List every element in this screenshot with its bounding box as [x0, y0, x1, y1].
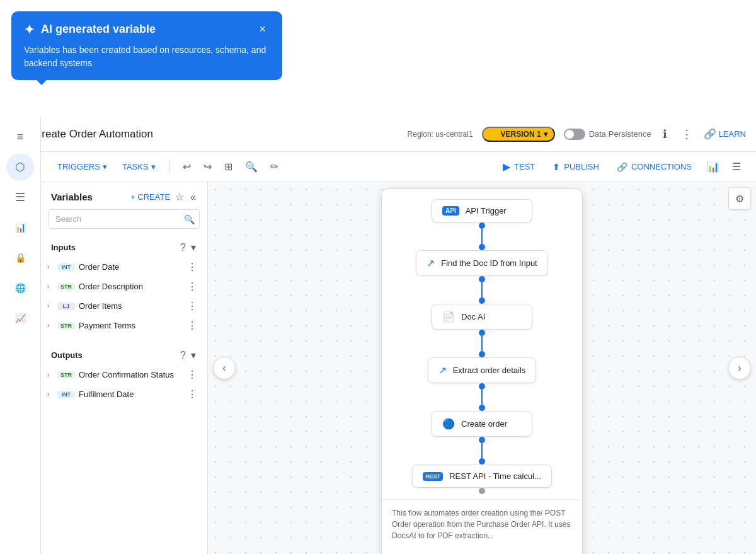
canvas-nav-left[interactable]: ‹ [213, 357, 236, 379]
canvas-nav-right[interactable]: › [728, 357, 751, 379]
canvas-controls: ⚙ [728, 187, 751, 210]
expand-icon: › [47, 303, 55, 309]
outputs-title: Outputs [51, 350, 83, 360]
list-item[interactable]: › STR Order Description ⋮ [41, 277, 207, 296]
connector-line [481, 229, 483, 244]
doc-icon: 📄 [442, 311, 455, 323]
create-variable-button[interactable]: + CREATE [130, 192, 170, 202]
var-menu-button[interactable]: ⋮ [187, 369, 197, 381]
inputs-title: Inputs [51, 243, 76, 252]
connector-dot [479, 405, 485, 411]
panel-actions: + CREATE ☆ « [130, 190, 197, 204]
redo-button[interactable]: ↪ [198, 157, 217, 176]
var-menu-button[interactable]: ⋮ [187, 261, 197, 273]
inputs-collapse-button[interactable]: ▾ [190, 240, 197, 255]
region-label: Region: us-central1 [408, 130, 473, 139]
list-item[interactable]: › INT Order Date ⋮ [41, 257, 207, 277]
nav-list-button[interactable]: ☰ [6, 183, 34, 211]
list-item[interactable]: › STR Payment Terms ⋮ [41, 316, 207, 335]
pen-button[interactable]: ✏ [265, 157, 284, 176]
type-badge: STR [57, 283, 75, 291]
rest-api-node[interactable]: REST REST API - Time calcul... [412, 465, 552, 488]
zoom-button[interactable]: 🔍 [240, 157, 263, 176]
type-badge: STR [57, 322, 75, 330]
publish-button[interactable]: ⬆ PUBLISH [545, 158, 607, 176]
api-trigger-node[interactable]: API API Trigger [432, 199, 532, 222]
test-button[interactable]: ▶ TEST [495, 157, 542, 176]
connector-line [481, 336, 483, 351]
nav-globe-button[interactable]: 🌐 [6, 274, 34, 302]
var-name: Order Date [79, 262, 187, 272]
list-item[interactable]: › STR Order Confirmation Status ⋮ [41, 365, 207, 384]
search-box: 🔍 [49, 209, 200, 229]
nav-chart-button[interactable]: 📊 [6, 214, 34, 241]
bar-chart-icon-button[interactable]: 📊 [702, 157, 724, 176]
list-item[interactable]: › INT Fulfilment Date ⋮ [41, 384, 207, 404]
grid-button[interactable]: ⊞ [219, 157, 238, 176]
toolbar2: TRIGGERS ▾ TASKS ▾ ↩ ↪ ⊞ 🔍 ✏ ▶ TEST ⬆ PU… [41, 152, 756, 182]
connector-line [481, 443, 483, 458]
learn-button[interactable]: 🔗 LEARN [704, 128, 746, 140]
connector-dot [479, 488, 485, 494]
doc-ai-node[interactable]: 📄 Doc AI [432, 304, 532, 330]
panel-title: Variables [51, 192, 93, 202]
connector-dot [479, 458, 485, 465]
expand-icon: › [47, 391, 55, 398]
nav-workflow-button[interactable]: ⬡ [6, 153, 34, 181]
node-label: REST API - Time calcul... [449, 471, 541, 481]
connector-dot [479, 351, 485, 357]
popup-actions: Cancel Confirm [382, 549, 582, 554]
create-order-node[interactable]: 🔵 Create order [432, 411, 532, 437]
panel-header: Variables + CREATE ☆ « [41, 182, 207, 209]
filter-icon-button[interactable]: ⚙ [728, 187, 751, 210]
tasks-button[interactable]: TASKS ▾ [116, 158, 162, 175]
nav-analytics-button[interactable]: 📈 [6, 304, 34, 332]
expand-icon: › [47, 263, 55, 270]
connector-dot [479, 222, 485, 229]
outputs-collapse-button[interactable]: ▾ [190, 348, 197, 362]
search-input[interactable] [49, 209, 200, 229]
inputs-section-header: Inputs ? ▾ [41, 235, 207, 257]
outputs-section-header: Outputs ? ▾ [41, 343, 207, 365]
info-button[interactable]: ℹ [660, 125, 670, 144]
version-badge[interactable]: VERSION 1 ▾ [482, 127, 555, 142]
type-badge: INT [57, 391, 75, 398]
var-menu-button[interactable]: ⋮ [187, 320, 197, 332]
search-icon: 🔍 [184, 214, 195, 224]
nav-menu-button[interactable]: ≡ [6, 123, 34, 151]
find-doc-node[interactable]: ↗ Find the Doc ID from Input [416, 250, 547, 276]
ai-tooltip-body: Variables has been created based on reso… [24, 43, 270, 70]
more-menu-button[interactable]: ⋮ [679, 125, 695, 144]
variables-panel: Variables + CREATE ☆ « 🔍 Inputs ? ▾ › IN… [41, 182, 208, 554]
tooltip-close-button[interactable]: × [255, 21, 270, 37]
star-button[interactable]: ☆ [174, 190, 185, 204]
list-view-button[interactable]: ☰ [727, 157, 746, 176]
expand-icon: › [47, 283, 55, 290]
var-menu-button[interactable]: ⋮ [187, 300, 197, 312]
inputs-help-button[interactable]: ? [179, 241, 187, 255]
node-label: Doc AI [461, 312, 485, 321]
ai-flow-popup: API API Trigger ↗ Find the Doc ID from I… [381, 188, 583, 554]
rest-icon: REST [423, 472, 443, 481]
connector-dot [479, 383, 485, 390]
triggers-button[interactable]: TRIGGERS ▾ [51, 158, 113, 175]
connector-dot [479, 244, 485, 250]
collapse-panel-button[interactable]: « [189, 190, 197, 204]
var-name: Fulfilment Date [79, 390, 187, 399]
undo-button[interactable]: ↩ [178, 157, 196, 176]
var-menu-button[interactable]: ⋮ [187, 280, 197, 292]
var-menu-button[interactable]: ⋮ [187, 388, 197, 400]
var-name: Order Description [79, 282, 187, 291]
extract-order-node[interactable]: ↗ Extract order details [428, 357, 537, 383]
list-item[interactable]: › LJ Order Items ⋮ [41, 296, 207, 316]
topbar: ← Create Order Automation Region: us-cen… [0, 117, 756, 152]
node-label: API Trigger [466, 206, 507, 216]
var-name: Order Confirmation Status [79, 370, 187, 379]
persistence-toggle[interactable] [564, 129, 585, 140]
nav-security-button[interactable]: 🔒 [6, 244, 34, 272]
type-badge: LJ [57, 303, 75, 310]
connections-button[interactable]: 🔗 CONNECTIONS [609, 158, 699, 176]
outputs-help-button[interactable]: ? [179, 349, 187, 362]
flow-nodes: API API Trigger ↗ Find the Doc ID from I… [382, 189, 582, 494]
connector-line [481, 282, 483, 297]
